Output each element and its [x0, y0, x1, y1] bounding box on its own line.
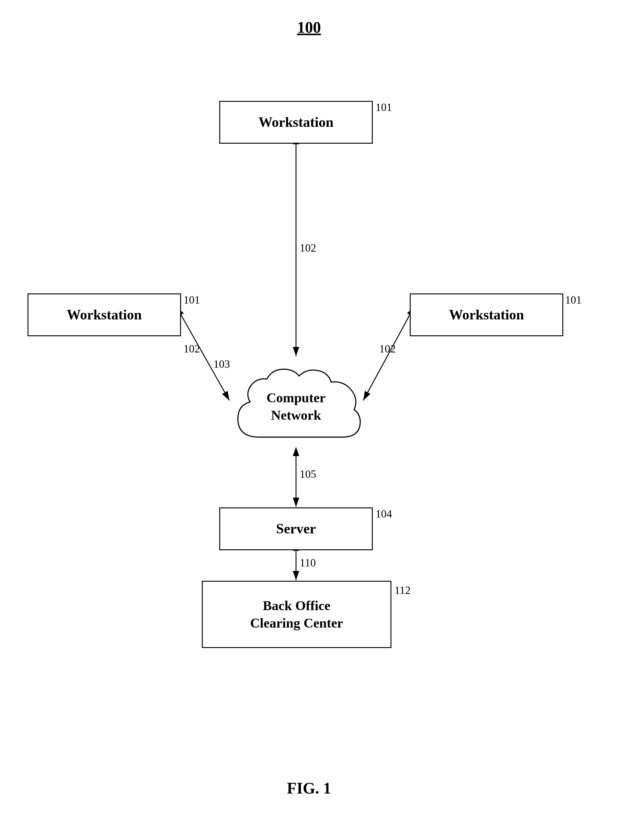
server: Server: [219, 508, 373, 550]
workstation-right-ref: 101: [565, 294, 582, 306]
conn-label-right: 102: [379, 342, 396, 355]
conn-label-105: 105: [300, 468, 316, 481]
back-office-label: Back OfficeClearing Center: [250, 597, 343, 632]
svg-line-4: [363, 315, 410, 401]
conn-label-110: 110: [300, 557, 316, 569]
workstation-right: Workstation: [410, 294, 563, 336]
back-office: Back OfficeClearing Center: [202, 581, 391, 648]
workstation-left: Workstation: [28, 294, 181, 336]
workstation-left-ref: 101: [183, 294, 200, 306]
computer-network: ComputerNetwork: [229, 358, 363, 456]
workstation-left-label: Workstation: [67, 306, 141, 323]
figure-label: FIG. 1: [287, 779, 331, 797]
workstation-top-label: Workstation: [258, 114, 333, 131]
diagram-container: 100 Workstation 101 Worksta: [0, 0, 618, 840]
workstation-top: Workstation: [219, 101, 373, 144]
server-ref: 104: [376, 508, 392, 520]
workstation-right-label: Workstation: [449, 306, 524, 323]
workstation-top-ref: 101: [376, 101, 392, 114]
conn-label-top: 102: [300, 242, 316, 254]
back-office-ref: 112: [394, 584, 411, 597]
conn-label-left: 102: [183, 342, 200, 355]
computer-network-ref: 103: [214, 358, 230, 371]
diagram-title: 100: [297, 18, 321, 36]
server-label: Server: [276, 520, 316, 537]
computer-network-label: ComputerNetwork: [266, 389, 325, 424]
